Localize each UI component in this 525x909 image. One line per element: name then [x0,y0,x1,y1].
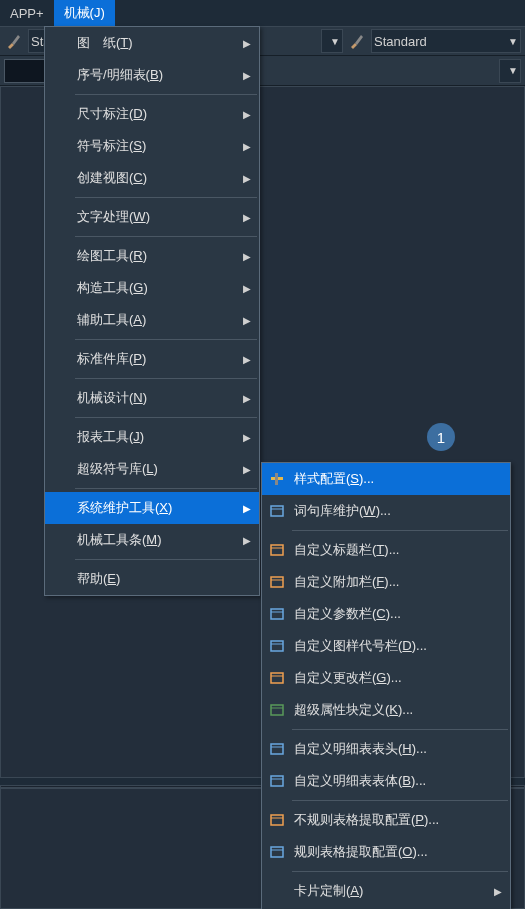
menubar: APP+ 机械(J) [0,0,525,26]
sub-menu-item-12[interactable]: 卡片定制(A)▶ [262,875,510,907]
main-menu-item-8[interactable]: 辅助工具(A)▶ [45,304,259,336]
body-icon [266,770,288,792]
sub-menu-item-10[interactable]: 不规则表格提取配置(P)... [262,804,510,836]
menu-item-label: 自定义附加栏(F)... [294,573,502,591]
sub-menu-item-5[interactable]: 自定义图样代号栏(D)... [262,630,510,662]
menu-item-label: 机械设计(N) [77,389,229,407]
menu-item-icon [49,458,71,480]
main-menu-item-3[interactable]: 符号标注(S)▶ [45,130,259,162]
sub-menu-item-9[interactable]: 自定义明细表表体(B)... [262,765,510,797]
main-menu-item-9[interactable]: 标准件库(P)▶ [45,343,259,375]
menu-item-icon [49,245,71,267]
menubar-mechanical[interactable]: 机械(J) [54,0,115,26]
menu-separator [292,530,508,531]
menu-separator [292,871,508,872]
submenu-arrow-icon: ▶ [243,432,251,443]
main-menu-item-14[interactable]: 机械工具条(M)▶ [45,524,259,556]
blank-icon [266,880,288,902]
menu-item-label: 不规则表格提取配置(P)... [294,811,502,829]
brush-icon-2 [347,31,367,51]
menu-item-label: 机械工具条(M) [77,531,229,549]
menu-item-label: 自定义参数栏(C)... [294,605,502,623]
header-icon [266,738,288,760]
sub-menu-item-0[interactable]: 样式配置(S)... [262,463,510,495]
submenu-arrow-icon: ▶ [494,886,502,897]
submenu-arrow-icon: ▶ [243,503,251,514]
menu-separator [292,800,508,801]
menu-item-icon [49,529,71,551]
block-icon [266,699,288,721]
menu-item-icon [49,135,71,157]
sub-menu-item-1[interactable]: 词句库维护(W)... [262,495,510,527]
menubar-app-plus[interactable]: APP+ [0,2,54,25]
menu-item-icon [49,426,71,448]
main-menu-item-11[interactable]: 报表工具(J)▶ [45,421,259,453]
menu-item-icon [49,387,71,409]
svg-rect-10 [271,641,283,651]
dict-icon [266,500,288,522]
menu-item-label: 自定义更改栏(G)... [294,669,502,687]
main-menu-item-5[interactable]: 文字处理(W)▶ [45,201,259,233]
sub-menu-item-3[interactable]: 自定义附加栏(F)... [262,566,510,598]
menu-separator [75,417,257,418]
main-menu-item-6[interactable]: 绘图工具(R)▶ [45,240,259,272]
menu-item-icon [49,103,71,125]
menu-separator [75,94,257,95]
main-menu-item-13[interactable]: 系统维护工具(X)▶ [45,492,259,524]
sub-menu-item-6[interactable]: 自定义更改栏(G)... [262,662,510,694]
main-menu-item-0[interactable]: 图 纸(T)▶ [45,27,259,59]
main-menu: 图 纸(T)▶序号/明细表(B)▶尺寸标注(D)▶符号标注(S)▶创建视图(C)… [44,26,260,596]
menu-item-icon [49,497,71,519]
main-menu-item-12[interactable]: 超级符号库(L)▶ [45,453,259,485]
menu-item-label: 帮助(E) [77,570,251,588]
menu-item-label: 自定义明细表表头(H)... [294,740,502,758]
title-icon [266,539,288,561]
svg-rect-2 [271,506,283,516]
menu-separator [75,339,257,340]
submenu-arrow-icon: ▶ [243,212,251,223]
extract2-icon [266,841,288,863]
menu-item-label: 超级符号库(L) [77,460,229,478]
menu-item-label: 报表工具(J) [77,428,229,446]
menu-item-label: 创建视图(C) [77,169,229,187]
menu-item-icon [49,309,71,331]
menu-item-label: 规则表格提取配置(O)... [294,843,502,861]
main-menu-item-2[interactable]: 尺寸标注(D)▶ [45,98,259,130]
submenu-arrow-icon: ▶ [243,464,251,475]
menu-separator [75,559,257,560]
menu-separator [75,488,257,489]
attach-icon [266,571,288,593]
toolbar2-dropdown[interactable]: ▼ [499,59,521,83]
menu-item-label: 自定义标题栏(T)... [294,541,502,559]
submenu-arrow-icon: ▶ [243,315,251,326]
menu-item-icon [49,167,71,189]
sub-menu-item-8[interactable]: 自定义明细表表头(H)... [262,733,510,765]
toolbar-mid-dropdown[interactable]: ▼ [321,29,343,53]
main-menu-item-7[interactable]: 构造工具(G)▶ [45,272,259,304]
main-menu-item-15[interactable]: 帮助(E) [45,563,259,595]
sub-menu-item-2[interactable]: 自定义标题栏(T)... [262,534,510,566]
menu-separator [75,378,257,379]
menu-item-label: 符号标注(S) [77,137,229,155]
sub-menu-item-11[interactable]: 规则表格提取配置(O)... [262,836,510,868]
main-menu-item-10[interactable]: 机械设计(N)▶ [45,382,259,414]
submenu-arrow-icon: ▶ [243,173,251,184]
menu-separator [75,197,257,198]
sub-menu-item-4[interactable]: 自定义参数栏(C)... [262,598,510,630]
menu-item-label: 样式配置(S)... [294,470,502,488]
menu-separator [292,729,508,730]
main-menu-item-4[interactable]: 创建视图(C)▶ [45,162,259,194]
toolbar-standard-combo[interactable]: Standard ▼ [371,29,521,53]
menu-item-label: 绘图工具(R) [77,247,229,265]
extract1-icon [266,809,288,831]
chevron-down-icon: ▼ [508,65,518,76]
chevron-down-icon: ▼ [508,36,518,47]
menu-item-label: 自定义明细表表体(B)... [294,772,502,790]
sub-menu-item-7[interactable]: 超级属性块定义(K)... [262,694,510,726]
submenu-arrow-icon: ▶ [243,141,251,152]
menu-item-icon [49,277,71,299]
main-menu-item-1[interactable]: 序号/明细表(B)▶ [45,59,259,91]
menu-item-label: 自定义图样代号栏(D)... [294,637,502,655]
menu-item-label: 序号/明细表(B) [77,66,229,84]
code-icon [266,635,288,657]
